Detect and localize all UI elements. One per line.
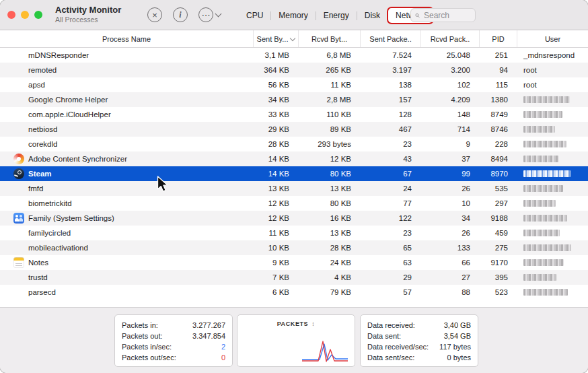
rcvd-packets-cell: 37 bbox=[420, 151, 479, 166]
window-title: Activity Monitor bbox=[55, 5, 121, 15]
user-name: root bbox=[523, 81, 537, 89]
table-row-parsecd[interactable]: parsecd 6 KB 79 KB 57 88 523 bbox=[0, 285, 588, 300]
stat-packets-out-sec: Packets out/sec: 0 bbox=[122, 352, 225, 363]
process-name-cell: corekdld bbox=[0, 137, 253, 151]
table-row-mdnsresponder[interactable]: mDNSResponder 3,1 MB 6,8 MB 7.524 25.048… bbox=[0, 48, 588, 63]
table-row-familycircled[interactable]: familycircled 11 KB 13 KB 23 26 459 bbox=[0, 226, 588, 240]
tab-label: Disk bbox=[365, 11, 380, 20]
user-cell: _mdnsrespond bbox=[517, 48, 588, 63]
minimize-button[interactable] bbox=[21, 11, 29, 19]
column-header-label: User bbox=[545, 35, 560, 43]
pid-cell: 535 bbox=[479, 181, 517, 196]
column-header-pid[interactable]: PID bbox=[479, 30, 517, 47]
rcvd-bytes-cell: 4 KB bbox=[298, 270, 360, 285]
column-header-process-name[interactable]: Process Name bbox=[0, 30, 253, 47]
activity-monitor-window: Activity Monitor All Processes × i ⋯ CPU… bbox=[0, 0, 588, 373]
column-header-user[interactable]: User bbox=[517, 30, 588, 47]
sent-bytes-cell: 29 KB bbox=[253, 122, 298, 137]
process-name-cell: parsecd bbox=[0, 285, 253, 300]
sent-packets-cell: 65 bbox=[360, 240, 420, 255]
sent-bytes-cell: 14 KB bbox=[253, 151, 298, 166]
search-field[interactable] bbox=[410, 8, 476, 22]
sent-bytes-cell: 28 KB bbox=[253, 137, 298, 151]
sent-packets-cell: 24 bbox=[360, 181, 420, 196]
table-row-fmfd[interactable]: fmfd 13 KB 13 KB 24 26 535 bbox=[0, 181, 588, 196]
column-header-sent-by[interactable]: Sent By... bbox=[253, 30, 298, 47]
sent-packets-cell: 77 bbox=[360, 196, 420, 211]
stat-value: 3,54 GB bbox=[444, 331, 471, 341]
sent-packets-cell: 23 bbox=[360, 226, 420, 240]
pid-cell: 275 bbox=[479, 240, 517, 255]
user-cell bbox=[517, 181, 588, 196]
table-row-steam[interactable]: Steam 14 KB 80 KB 67 99 8970 bbox=[0, 166, 588, 181]
search-input[interactable] bbox=[422, 10, 471, 21]
stat-label: Packets out/sec: bbox=[122, 352, 176, 363]
sent-bytes-cell: 10 KB bbox=[253, 240, 298, 255]
process-name-cell: netbiosd bbox=[0, 122, 253, 137]
tab-label: CPU bbox=[246, 11, 263, 20]
popup-chevrons-icon: ↕ bbox=[311, 320, 315, 327]
pid-cell: 297 bbox=[479, 196, 517, 211]
more-options-button[interactable]: ⋯ bbox=[198, 7, 221, 22]
table-row-trustd[interactable]: trustd 7 KB 4 KB 29 27 395 bbox=[0, 270, 588, 285]
traffic-lights bbox=[7, 11, 42, 19]
column-header-label: Sent By... bbox=[257, 35, 289, 43]
redacted-user bbox=[523, 170, 571, 177]
pid-cell: 228 bbox=[479, 137, 517, 151]
table-row-notes[interactable]: Notes 9 KB 24 KB 63 66 9170 bbox=[0, 255, 588, 270]
data-stats-box: Data received: 3,40 GB Data sent: 3,54 G… bbox=[360, 314, 478, 367]
tab-disk[interactable]: Disk bbox=[357, 8, 388, 23]
process-name: Google Chrome Helper bbox=[28, 96, 108, 104]
table-body: mDNSResponder 3,1 MB 6,8 MB 7.524 25.048… bbox=[0, 48, 588, 300]
rcvd-bytes-cell: 13 KB bbox=[298, 226, 360, 240]
quit-process-button[interactable]: × bbox=[147, 7, 162, 22]
inspect-process-button[interactable]: i bbox=[173, 7, 188, 22]
process-name: netbiosd bbox=[28, 125, 57, 133]
rcvd-packets-cell: 133 bbox=[420, 240, 479, 255]
packets-popup-button[interactable]: PACKETS ↕ bbox=[244, 320, 348, 327]
sent-bytes-cell: 6 KB bbox=[253, 285, 298, 300]
sent-bytes-cell: 364 KB bbox=[253, 63, 298, 77]
table-row-apsd[interactable]: apsd 56 KB 11 KB 138 102 115 root bbox=[0, 77, 588, 92]
rcvd-packets-cell: 148 bbox=[420, 107, 479, 122]
process-name-cell: fmfd bbox=[0, 181, 253, 196]
table-row-netbiosd[interactable]: netbiosd 29 KB 89 KB 467 714 8746 bbox=[0, 122, 588, 137]
zoom-button[interactable] bbox=[34, 11, 42, 19]
table-row-com-apple-icloudhelper[interactable]: com.apple.iCloudHelper 33 KB 110 KB 128 … bbox=[0, 107, 588, 122]
packets-popup-label: PACKETS bbox=[277, 320, 309, 327]
table-row-biometrickitd[interactable]: biometrickitd 12 KB 80 KB 77 10 297 bbox=[0, 196, 588, 211]
stat-value: 3.347.854 bbox=[192, 331, 225, 341]
tab-label: Energy bbox=[324, 11, 349, 20]
rcvd-bytes-cell: 28 KB bbox=[298, 240, 360, 255]
stat-data-sent-sec: Data sent/sec: 0 bytes bbox=[367, 352, 471, 363]
user-cell bbox=[517, 151, 588, 166]
tab-memory[interactable]: Memory bbox=[271, 8, 315, 23]
rcvd-packets-cell: 4.209 bbox=[420, 92, 479, 107]
close-button[interactable] bbox=[7, 11, 15, 19]
sent-bytes-cell: 12 KB bbox=[253, 211, 298, 226]
process-name: familycircled bbox=[28, 229, 71, 237]
table-row-adobe-content-synchronizer[interactable]: Adobe Content Synchronizer 14 KB 12 KB 4… bbox=[0, 151, 588, 166]
tab-cpu[interactable]: CPU bbox=[239, 8, 270, 23]
table-row-remoted[interactable]: remoted 364 KB 265 KB 3.197 3.200 94 roo… bbox=[0, 63, 588, 77]
sent-bytes-cell: 34 KB bbox=[253, 92, 298, 107]
table-row-google-chrome-helper[interactable]: Google Chrome Helper 34 KB 2,8 MB 157 4.… bbox=[0, 92, 588, 107]
column-header-sent-packe[interactable]: Sent Packe.. bbox=[360, 30, 420, 47]
sent-packets-cell: 57 bbox=[360, 285, 420, 300]
redacted-user bbox=[523, 289, 568, 296]
process-name: Adobe Content Synchronizer bbox=[28, 155, 127, 163]
title-bar: Activity Monitor All Processes × i ⋯ CPU… bbox=[0, 0, 588, 30]
sent-packets-cell: 63 bbox=[360, 255, 420, 270]
sent-bytes-cell: 14 KB bbox=[253, 166, 298, 181]
table-row-corekdld[interactable]: corekdld 28 KB 293 bytes 23 9 228 bbox=[0, 137, 588, 151]
process-name: Notes bbox=[28, 259, 48, 267]
pid-cell: 8746 bbox=[479, 122, 517, 137]
table-row-mobileactivationd[interactable]: mobileactivationd 10 KB 28 KB 65 133 275 bbox=[0, 240, 588, 255]
column-header-rcvd-byt[interactable]: Rcvd Byt... bbox=[298, 30, 360, 47]
redacted-user bbox=[523, 126, 555, 133]
column-header-rcvd-pack[interactable]: Rcvd Pack.. bbox=[420, 30, 479, 47]
user-cell bbox=[517, 166, 588, 181]
user-cell bbox=[517, 255, 588, 270]
table-row-family-system-settings[interactable]: Family (System Settings) 12 KB 16 KB 122… bbox=[0, 211, 588, 226]
tab-energy[interactable]: Energy bbox=[316, 8, 357, 23]
